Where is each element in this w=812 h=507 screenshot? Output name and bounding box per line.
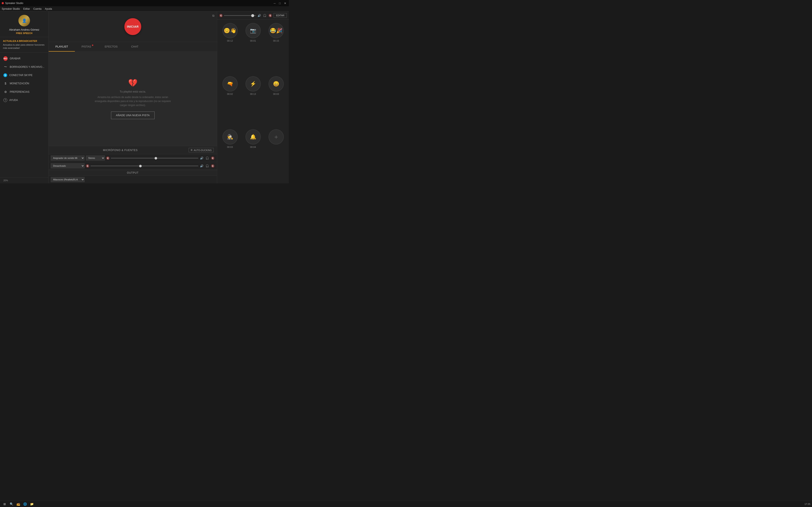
effects-mute-icon[interactable]: 🔇	[219, 14, 223, 17]
sidebar-item-grabar[interactable]: REC GRABAR	[0, 54, 48, 63]
title-bar: Spreaker Studio ─ □ ✕	[0, 0, 289, 6]
tab-playlist[interactable]: PLAYLIST	[49, 42, 75, 52]
pad-button-8[interactable]: 🔔	[246, 129, 261, 145]
effects-slider-thumb	[251, 14, 254, 17]
sidebar-item-ayuda[interactable]: ? AYUDA	[0, 96, 48, 104]
effect-pad-2: 📷 00:01	[243, 23, 263, 74]
dollar-icon: $	[3, 81, 8, 86]
pad-button-1[interactable]: 😊👋	[222, 23, 238, 38]
title-bar-left: Spreaker Studio	[2, 2, 23, 5]
add-track-button[interactable]: AÑADE UNA NUEVA PISTA	[111, 112, 155, 119]
tabs-bar: PLAYLIST PISTAS EFECTOS CHAT	[49, 42, 217, 52]
sidebar-item-label-skype: CONECTAR SKYPE	[9, 74, 33, 77]
pad-button-add[interactable]: ＋	[268, 129, 284, 145]
slider-thumb-1	[155, 157, 157, 160]
main-content: 💔 Tu playlist está vacía. Arrastra los a…	[49, 52, 217, 183]
pad-icon-2: 📷	[250, 28, 256, 34]
effect-pad-7: 🕵 00:03	[220, 129, 240, 180]
output-row: Altavoces (Realtek(R) A	[49, 176, 217, 183]
effect-pad-8: 🔔 00:04	[243, 129, 263, 180]
pad-button-7[interactable]: 🕵	[222, 129, 238, 145]
sidebar-item-label-grabar: GRABAR	[10, 57, 20, 60]
sidebar-item-borradores[interactable]: 〜 BORRADORES Y ARCHIVO...	[0, 63, 48, 71]
menu-item-spreaker[interactable]: Spreaker Studio	[2, 7, 20, 10]
effects-volume-slider[interactable]	[224, 15, 256, 16]
window-controls[interactable]: ─ □ ✕	[273, 2, 287, 5]
pad-time-7: 00:03	[227, 146, 233, 148]
effect-pad-4: 🔫 00:02	[220, 76, 240, 127]
empty-playlist-text: Tu playlist está vacía.	[120, 90, 146, 93]
playlist-area: 💔 Tu playlist está vacía. Arrastra los a…	[49, 52, 217, 146]
gear-icon: ⚙	[3, 90, 8, 94]
effects-speaker-icon[interactable]: 🔊	[257, 13, 261, 17]
profile-section: 👤 Abraham Andreu Gómez FREE SPEECH	[0, 11, 48, 37]
mute-icon-2[interactable]: 🔇	[86, 164, 89, 168]
playlist-description: Arrastra los archivos de audio desde tu …	[95, 95, 171, 108]
help-icon: ?	[3, 98, 7, 102]
volume-slider-2[interactable]	[91, 166, 198, 166]
pad-icon-4: 🔫	[227, 81, 233, 87]
pad-icon-1: 😊👋	[224, 28, 237, 34]
bottom-percent: 20%	[3, 179, 8, 182]
sidebar-item-monetizacion[interactable]: $ MONETIZACIÓN	[0, 79, 48, 88]
source-device-select-1[interactable]: Asignador de sonido Mi	[51, 156, 85, 161]
content-area: INICIAR ⧉ PLAYLIST PISTAS EFECTOS CHAT 💔	[49, 11, 217, 183]
upgrade-box[interactable]: ACTUALIZA A BROADCASTER Actualiza tu pla…	[0, 37, 48, 53]
add-icon: ＋	[273, 133, 279, 141]
effect-pad-1: 😊👋 00:12	[220, 23, 240, 74]
speaker-icon-2[interactable]: 🔊	[200, 164, 204, 168]
source-device-select-2[interactable]: Desactivado	[51, 163, 85, 168]
rec-icon: REC	[3, 56, 8, 61]
volume-slider-1[interactable]	[111, 158, 198, 158]
pad-time-8: 00:04	[250, 146, 256, 148]
menu-item-ayuda[interactable]: Ayuda	[45, 7, 52, 10]
avatar: 👤	[18, 15, 30, 26]
empty-playlist-icon: 💔	[128, 78, 138, 88]
tab-pistas[interactable]: PISTAS	[75, 42, 98, 52]
sidebar-item-label-monetizacion: MONETIZACIÓN	[10, 82, 29, 85]
upgrade-title: ACTUALIZA A BROADCASTER	[3, 40, 45, 42]
external-link-icon[interactable]: ⧉	[212, 14, 214, 17]
effect-pad-add: ＋	[266, 129, 286, 180]
source-type-select-1[interactable]: Stereo	[86, 156, 105, 161]
fx-icon-2[interactable]: 🔇	[211, 164, 215, 168]
tab-efectos[interactable]: EFECTOS	[98, 42, 124, 52]
app-title: Spreaker Studio	[5, 2, 23, 5]
maximize-button[interactable]: □	[278, 2, 282, 5]
pad-button-5[interactable]: ⚡	[246, 76, 261, 92]
sidebar-item-preferencias[interactable]: ⚙ PREFERENCIAS	[0, 88, 48, 96]
menu-item-editar[interactable]: Editar	[23, 7, 30, 10]
pad-button-3[interactable]: 😂🎉	[268, 23, 284, 38]
top-bar: INICIAR ⧉	[49, 11, 217, 42]
sidebar: 👤 Abraham Andreu Gómez FREE SPEECH ACTUA…	[0, 11, 49, 183]
mute-icon-1[interactable]: 🔇	[106, 157, 109, 160]
output-title: OUTPUT	[49, 170, 217, 176]
auto-ducking-button[interactable]: ⚙ AUTO-DUCKING	[189, 148, 214, 152]
headphone-icon-1[interactable]: 🎧	[205, 156, 209, 160]
pad-button-4[interactable]: 🔫	[222, 76, 238, 92]
sidebar-item-skype[interactable]: S CONECTAR SKYPE	[0, 71, 48, 79]
tab-chat[interactable]: CHAT	[124, 42, 145, 52]
effects-grid: 😊👋 00:12 📷 00:01 😂🎉 00:15 🔫	[217, 20, 289, 183]
fx-icon-1[interactable]: 🔇	[211, 156, 215, 160]
pad-button-6[interactable]: 😄	[268, 76, 284, 92]
close-button[interactable]: ✕	[283, 2, 287, 5]
effects-headphone-icon[interactable]: 🎧	[263, 13, 267, 17]
gear-small-icon: ⚙	[191, 149, 193, 152]
output-device-select[interactable]: Altavoces (Realtek(R) A	[51, 177, 85, 182]
iniciar-button[interactable]: INICIAR	[124, 18, 141, 35]
menu-item-cuenta[interactable]: Cuenta	[33, 7, 42, 10]
effects-edit-button[interactable]: EDITAR	[273, 13, 287, 18]
effects-mute2-icon[interactable]: 🔇	[268, 13, 272, 17]
upgrade-description: Actualiza tu plan para obtener funciones…	[3, 43, 45, 50]
source-row-2: Desactivado 🔇 🔊 🎧 🔇	[49, 162, 217, 170]
pad-button-2[interactable]: 📷	[246, 23, 261, 38]
minimize-button[interactable]: ─	[273, 2, 276, 5]
main-layout: 👤 Abraham Andreu Gómez FREE SPEECH ACTUA…	[0, 11, 289, 183]
speaker-icon-1[interactable]: 🔊	[200, 156, 204, 160]
pad-time-5: 00:13	[250, 93, 256, 95]
pad-time-3: 00:15	[273, 40, 279, 42]
avatar-image: 👤	[18, 15, 30, 26]
headphone-icon-2[interactable]: 🎧	[205, 164, 209, 168]
skype-icon: S	[3, 73, 7, 77]
